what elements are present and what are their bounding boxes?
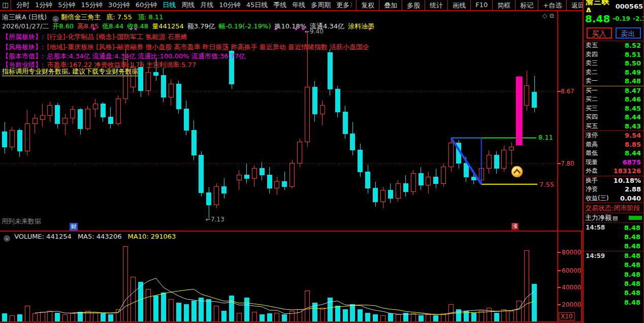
quote-panel: 渝三峡A 000565 8.48 -0.19 -2.19% 买入 卖出 卖五8.… [583, 0, 644, 323]
last-price: 8.48 [585, 13, 610, 25]
stat-row-净资[interactable]: 净资2.88 [584, 185, 643, 194]
tick-row-3[interactable]: 14:598.48 [584, 251, 643, 260]
main-chart-svg[interactable] [0, 0, 644, 323]
ma5-value: 443206 [96, 233, 122, 240]
tick-row-7[interactable]: 8.48 [584, 288, 643, 298]
tick-row-4[interactable]: 8.48 [584, 261, 643, 270]
row-label: 卖五 [586, 41, 598, 50]
stock-name: 渝三峡A [586, 0, 614, 12]
ask-row-卖四[interactable]: 卖四8.51 [584, 50, 643, 59]
finance-badge[interactable]: 财 [70, 223, 78, 231]
tick-price: 8.48 [624, 261, 640, 269]
diamond-icon[interactable]: ◇ [542, 12, 550, 19]
tick-price: 8.48 [624, 233, 640, 241]
ask-row-卖二[interactable]: 卖二8.49 [584, 68, 643, 77]
stat-row-最低[interactable]: 最低8.44 [584, 149, 643, 158]
volume-header: ⌄ VOLUME: 441254 MA5: 443206 MA10: 29106… [2, 233, 176, 242]
tick-price: 8.48 [624, 299, 640, 306]
row-value: 8.43 [625, 122, 641, 130]
main-flow-label: 主力净额 [585, 213, 611, 222]
volume-label: VOLUME: [14, 233, 44, 240]
row-value: 6875 [623, 158, 641, 166]
stat-row-涨停[interactable]: 涨停9.54 [584, 131, 643, 140]
stock-code: 000565 [616, 3, 643, 10]
tick-price: 8.48 [624, 224, 640, 232]
tick-row-5[interactable]: 8.48 [584, 270, 643, 279]
ask-row-卖一[interactable]: 卖一8.48 [584, 77, 643, 86]
tick-price: 8.48 [624, 280, 640, 287]
sell-button[interactable]: 卖出 [616, 27, 641, 39]
row-label: 卖一 [586, 77, 598, 85]
row-value: 183126 [614, 167, 641, 175]
top-line-label: 8.11 [538, 134, 553, 141]
bid-row-买四[interactable]: 买四8.44 [584, 113, 643, 122]
tick-row-2[interactable]: 8.48 [584, 242, 643, 251]
vol-scale-label: X10 [559, 312, 575, 320]
flow-green-bar [629, 216, 642, 220]
row-value: 8.47 [625, 87, 641, 94]
stat-row-外盘[interactable]: 外盘183126 [584, 167, 643, 176]
bid-row-买二[interactable]: 买二8.46 [584, 95, 643, 104]
row-value: 8.48 [625, 77, 641, 85]
panel-title: 渝三峡A 000565 [584, 0, 643, 12]
ma10-value: 291063 [151, 233, 176, 240]
tick-row-8[interactable]: 8.48 [584, 298, 643, 307]
row-value: 9.54 [625, 132, 641, 139]
watermark-text: 用到未来数据 [2, 217, 41, 226]
ask-row-卖五[interactable]: 卖五8.52 [584, 41, 643, 50]
vol-axis-80000: 80000 [562, 249, 581, 256]
stat-row-最高[interactable]: 最高8.85 [584, 140, 643, 149]
main-flow-row[interactable]: 主力净额 ▤ [584, 213, 643, 223]
vol-axis-60000: 60000 [562, 267, 581, 274]
row-label: 最高 [586, 140, 598, 149]
row-value: 0.040 [620, 195, 641, 202]
row-value: 8.50 [625, 59, 641, 67]
maximize-icon[interactable]: ⧉ [550, 12, 557, 19]
bid-row-买五[interactable]: 买五8.43 [584, 122, 643, 131]
low-price-marker: ←7.13 [206, 216, 224, 223]
row-value: 8.44 [625, 113, 641, 121]
tick-row-0[interactable]: 14:588.48 [584, 223, 643, 232]
row-value: 10.18% [614, 177, 641, 184]
tick-price: 8.48 [624, 289, 640, 297]
row-label: 最低 [586, 149, 598, 157]
rise-badge[interactable]: 涨 [511, 223, 519, 230]
tick-time: 14:58 [586, 224, 608, 231]
bid-row-买一[interactable]: 买一8.47 [584, 86, 643, 95]
row-label: 净资 [586, 185, 598, 193]
row-label: 卖三 [586, 59, 598, 68]
chart-corner-icons[interactable]: ◇⧉ [542, 12, 557, 19]
ma5-label: MA5: [78, 233, 94, 240]
row-value: 8.85 [625, 141, 641, 148]
volume-collapse-icon[interactable]: ⌄ [4, 235, 10, 242]
trade-buttons: 买入 卖出 [584, 25, 643, 41]
row-label: 收益(三) [586, 194, 608, 203]
row-value: 8.45 [625, 105, 641, 112]
row-label: 现量 [586, 158, 598, 167]
row-label: 买二 [586, 95, 598, 104]
stat-row-换手[interactable]: 换手10.18% [584, 176, 643, 185]
tick-price: 8.48 [624, 242, 640, 250]
vol-axis-40000: 40000 [562, 284, 581, 291]
price-axis-label-780: 7.80 [561, 160, 574, 167]
list-icon: ▤ [613, 215, 618, 221]
ask-row-卖三[interactable]: 卖三8.50 [584, 59, 643, 68]
bottom-line-label: 7.55 [539, 181, 554, 188]
price-axis-label-867: 8.67 [561, 88, 574, 95]
tick-row-1[interactable]: 8.48 [584, 232, 643, 241]
row-label: 买五 [586, 122, 598, 131]
row-value: 8.51 [625, 51, 641, 58]
row-value: 2.88 [625, 185, 641, 193]
volume-value: 441254 [46, 233, 72, 240]
buy-button[interactable]: 买入 [587, 27, 612, 39]
vol-axis-20000: 20000 [562, 301, 581, 308]
row-label: 买三 [586, 104, 598, 113]
stat-row-现量[interactable]: 现量6875 [584, 158, 643, 167]
row-value: 8.49 [625, 69, 641, 76]
row-label: 涨停 [586, 131, 598, 140]
high-price-marker: ←9.40 [305, 28, 324, 35]
row-label: 卖四 [586, 50, 598, 59]
bid-row-买三[interactable]: 买三8.45 [584, 104, 643, 113]
stat-row-收益(三)[interactable]: 收益(三)0.040 [584, 194, 643, 203]
tick-row-6[interactable]: 8.48 [584, 279, 643, 288]
